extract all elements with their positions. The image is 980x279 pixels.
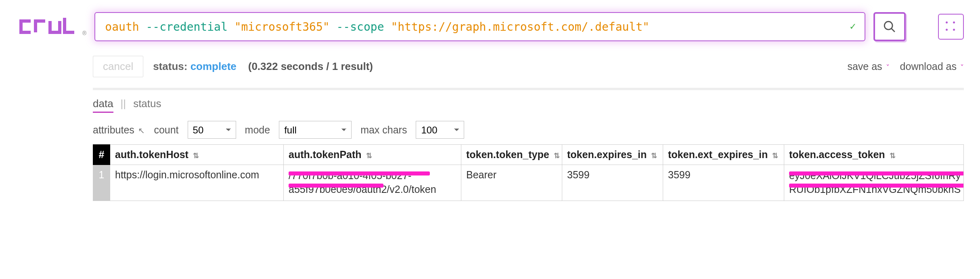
column-index[interactable]: #: [93, 145, 110, 165]
save-as-link[interactable]: save as ˅: [847, 61, 889, 72]
query-bar[interactable]: oauth --credential "microsoft365" --scop…: [94, 12, 865, 41]
sort-icon: ⇅: [191, 152, 199, 160]
table-header-row: # auth.tokenHost ⇅ auth.tokenPath ⇅ toke…: [93, 145, 964, 165]
mode-select[interactable]: full: [279, 121, 352, 139]
maxchars-label: max chars: [360, 124, 407, 136]
svg-point-0: [884, 21, 892, 30]
sort-icon: ⇅: [770, 152, 778, 160]
query-token-value-scope: "https://graph.microsoft.com/.default": [391, 20, 649, 34]
redaction-bar: [789, 171, 964, 175]
cell-access-token: eyJ0eXAiOiJKV1QiLCJub25jZSI6InRy RUIOb1p…: [784, 165, 964, 201]
column-expires-in[interactable]: token.expires_in ⇅: [562, 145, 663, 165]
download-as-link[interactable]: download as ˅: [900, 61, 964, 72]
tab-status[interactable]: status: [133, 97, 161, 113]
cell-expires-in: 3599: [562, 165, 663, 201]
redaction-bar: [789, 184, 964, 188]
query-token-value-credential: "microsoft365": [235, 20, 330, 34]
column-ext-expires-in[interactable]: token.ext_expires_in ⇅: [663, 145, 784, 165]
more-button[interactable]: [938, 14, 964, 40]
column-token-path[interactable]: auth.tokenPath ⇅: [284, 145, 461, 165]
cell-token-path: /770f7b0b-a010-4f05-b027- a55f97b0e0e9/o…: [284, 165, 461, 201]
logo-suffix: ®: [82, 30, 86, 36]
attributes-label: attributes: [93, 124, 134, 135]
table-row[interactable]: 1 https://login.microsoftonline.com /770…: [93, 165, 964, 201]
results-table: # auth.tokenHost ⇅ auth.tokenPath ⇅ toke…: [93, 144, 964, 201]
sort-icon: ⇅: [552, 152, 560, 160]
count-label: count: [154, 124, 178, 136]
valid-icon: ✓: [849, 21, 856, 32]
tab-data[interactable]: data: [93, 97, 113, 113]
count-select[interactable]: 50: [188, 121, 236, 139]
logo: ®: [16, 15, 86, 38]
sort-icon: ⇅: [649, 152, 657, 160]
column-access-token[interactable]: token.access_token ⇅: [784, 145, 964, 165]
maxchars-select[interactable]: 100: [416, 121, 464, 139]
status-value: complete: [191, 60, 237, 72]
redaction-bar: [289, 171, 430, 175]
expand-icon: ↖: [136, 126, 145, 135]
status-meta: (0.322 seconds / 1 result): [248, 60, 373, 72]
save-as-label: save as: [847, 61, 882, 72]
cancel-button[interactable]: cancel: [93, 56, 143, 77]
cell-token-host: https://login.microsoftonline.com: [110, 165, 284, 201]
query-token-flag-credential: --credential: [146, 20, 227, 34]
query-token-command: oauth: [105, 20, 139, 34]
search-button[interactable]: [873, 12, 906, 41]
cell-ext-expires-in: 3599: [663, 165, 784, 201]
attributes-toggle[interactable]: attributes ↖: [93, 124, 145, 136]
tab-separator: ||: [121, 97, 126, 113]
query-token-flag-scope: --scope: [337, 20, 384, 34]
svg-line-1: [891, 28, 895, 32]
column-token-type[interactable]: token.token_type ⇅: [461, 145, 562, 165]
status-label: status:: [153, 60, 187, 72]
search-icon: [883, 20, 896, 34]
cell-index: 1: [93, 165, 110, 201]
chevron-down-icon: ˅: [958, 63, 964, 72]
download-as-label: download as: [900, 61, 957, 72]
sort-icon: ⇅: [888, 152, 896, 160]
mode-label: mode: [245, 124, 270, 136]
redaction-bar: [289, 184, 383, 188]
sort-icon: ⇅: [364, 152, 372, 160]
grid-icon: [946, 21, 956, 32]
cell-token-type: Bearer: [461, 165, 562, 201]
column-token-host[interactable]: auth.tokenHost ⇅: [110, 145, 284, 165]
chevron-down-icon: ˅: [884, 63, 890, 72]
